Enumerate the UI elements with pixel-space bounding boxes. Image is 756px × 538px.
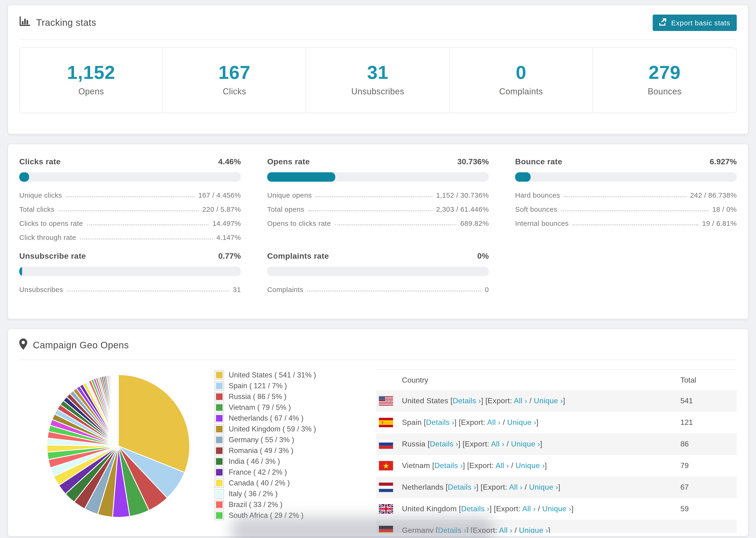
export-unique-link[interactable]: Unique › bbox=[511, 440, 540, 448]
legend-item[interactable]: Brazil ( 33 / 2% ) bbox=[215, 500, 355, 510]
legend-label: Spain ( 121 / 7% ) bbox=[229, 382, 287, 390]
legend-item[interactable]: Netherlands ( 67 / 4% ) bbox=[215, 413, 355, 423]
legend-swatch-icon bbox=[215, 467, 224, 477]
legend-swatch-icon bbox=[215, 435, 224, 445]
rate-row-value: 220 / 5.87% bbox=[202, 205, 241, 213]
country-cell: United Kingdom [Details ›] [Export: All … bbox=[402, 498, 680, 520]
legend-label: Brazil ( 33 / 2% ) bbox=[229, 501, 283, 509]
export-icon bbox=[660, 18, 668, 27]
rate-row-label: Opens to clicks rate bbox=[267, 219, 331, 227]
rate-value: 0% bbox=[477, 252, 489, 261]
geo-card-title-text: Campaign Geo Opens bbox=[33, 340, 129, 351]
legend-item[interactable]: Italy ( 36 / 2% ) bbox=[215, 489, 355, 499]
legend-swatch-icon bbox=[215, 489, 224, 499]
stat-value: 0 bbox=[450, 62, 592, 83]
legend-item[interactable]: Vietnam ( 79 / 5% ) bbox=[215, 403, 355, 412]
legend-label: Italy ( 36 / 2% ) bbox=[229, 490, 278, 498]
dotted-leader bbox=[561, 210, 709, 211]
rate-row: Total opens2,303 / 61.446% bbox=[267, 205, 489, 213]
rate-row: Internal bounces19 / 6.81% bbox=[515, 219, 737, 227]
table-row: United States [Details ›] [Export: All ›… bbox=[376, 390, 737, 412]
country-name: Spain bbox=[402, 418, 422, 426]
legend-item[interactable]: Russia ( 86 / 5% ) bbox=[215, 392, 355, 402]
export-unique-link[interactable]: Unique › bbox=[515, 461, 545, 469]
rate-progress-bar bbox=[19, 172, 241, 182]
legend-item[interactable]: Germany ( 55 / 3% ) bbox=[215, 435, 355, 445]
export-all-link[interactable]: All › bbox=[514, 397, 527, 405]
country-name: United Kingdom bbox=[402, 505, 457, 512]
export-all-link[interactable]: All › bbox=[509, 483, 522, 491]
total-cell: 59 bbox=[680, 498, 737, 520]
legend-swatch-icon bbox=[215, 446, 224, 456]
export-all-link[interactable]: All › bbox=[487, 418, 501, 426]
legend-label: Canada ( 40 / 2% ) bbox=[229, 479, 290, 487]
rate-row-value: 167 / 4.456% bbox=[198, 191, 241, 199]
geo-pie-chart[interactable] bbox=[19, 369, 193, 533]
rate-progress-fill bbox=[19, 267, 22, 276]
legend-item[interactable]: United States ( 541 / 31% ) bbox=[215, 370, 355, 380]
rate-row-label: Soft bounces bbox=[515, 205, 557, 213]
rate-row-label: Click through rate bbox=[19, 233, 76, 241]
table-row: Vietnam [Details ›] [Export: All › / Uni… bbox=[376, 455, 737, 476]
rate-title: Clicks rate bbox=[19, 157, 61, 167]
stat-bounces: 279Bounces bbox=[593, 48, 736, 113]
total-cell: 541 bbox=[680, 390, 737, 412]
rate-progress-bar bbox=[515, 172, 737, 182]
rates-card: Clicks rate4.46%Unique clicks167 / 4.456… bbox=[8, 144, 748, 319]
details-link[interactable]: Details › bbox=[430, 440, 458, 448]
rate-row-value: 19 / 6.81% bbox=[702, 219, 737, 227]
rate-row-label: Complaints bbox=[267, 286, 303, 294]
details-link[interactable]: Details › bbox=[438, 526, 466, 533]
export-basic-stats-button[interactable]: Export basic stats bbox=[653, 15, 737, 31]
rate-section-complaints-rate: Complaints rate0%Complaints0 bbox=[267, 252, 489, 294]
export-all-link[interactable]: All › bbox=[496, 461, 509, 469]
dotted-leader bbox=[335, 224, 457, 225]
rate-row-value: 689.82% bbox=[460, 219, 489, 227]
dotted-leader bbox=[308, 210, 432, 211]
rate-title: Bounce rate bbox=[515, 157, 562, 167]
export-unique-link[interactable]: Unique › bbox=[507, 418, 536, 426]
stat-label: Opens bbox=[20, 87, 162, 97]
rate-progress-bar bbox=[267, 172, 489, 182]
export-unique-link[interactable]: Unique › bbox=[529, 483, 558, 491]
dotted-leader bbox=[87, 224, 208, 225]
export-all-link[interactable]: All › bbox=[499, 526, 513, 533]
rate-row: Soft bounces18 / 0% bbox=[515, 205, 737, 213]
rate-row-value: 2,303 / 61.446% bbox=[436, 205, 489, 213]
legend-swatch-icon bbox=[215, 413, 224, 423]
legend-label: India ( 46 / 3% ) bbox=[229, 457, 280, 466]
total-cell: 79 bbox=[680, 455, 737, 476]
rates-grid: Clicks rate4.46%Unique clicks167 / 4.456… bbox=[19, 157, 737, 294]
legend-item[interactable]: Spain ( 121 / 7% ) bbox=[215, 381, 355, 391]
map-pin-icon bbox=[19, 339, 27, 352]
table-row: Germany [Details ›] [Export: All › / Uni… bbox=[376, 520, 737, 533]
legend-item[interactable]: India ( 46 / 3% ) bbox=[215, 457, 355, 466]
details-link[interactable]: Details › bbox=[426, 418, 454, 426]
details-link[interactable]: Details › bbox=[448, 483, 476, 491]
details-link[interactable]: Details › bbox=[453, 397, 481, 405]
details-link[interactable]: Details › bbox=[434, 461, 463, 469]
country-cell: Netherlands [Details ›] [Export: All › /… bbox=[402, 476, 680, 498]
rate-title: Unsubscribe rate bbox=[19, 252, 86, 261]
legend-label: United States ( 541 / 31% ) bbox=[229, 371, 316, 379]
rate-row: Clicks to opens rate14.497% bbox=[19, 219, 241, 227]
legend-item[interactable]: France ( 42 / 2% ) bbox=[215, 467, 355, 477]
legend-label: Russia ( 86 / 5% ) bbox=[229, 393, 287, 401]
dotted-leader bbox=[564, 196, 686, 197]
export-unique-link[interactable]: Unique › bbox=[534, 397, 563, 405]
legend-item[interactable]: South Africa ( 29 / 2% ) bbox=[215, 511, 355, 520]
legend-label: France ( 42 / 2% ) bbox=[229, 468, 287, 476]
stats-summary: 1,152Opens167Clicks31Unsubscribes0Compla… bbox=[19, 47, 737, 113]
export-unique-link[interactable]: Unique › bbox=[542, 505, 571, 512]
export-all-link[interactable]: All › bbox=[522, 505, 536, 512]
table-row: Russia [Details ›] [Export: All › / Uniq… bbox=[376, 433, 737, 455]
legend-item[interactable]: United Kingdom ( 59 / 3% ) bbox=[215, 424, 355, 434]
total-column-header: Total bbox=[680, 370, 737, 390]
rate-progress-fill bbox=[267, 172, 335, 182]
export-all-link[interactable]: All › bbox=[491, 440, 504, 448]
details-link[interactable]: Details › bbox=[461, 505, 490, 512]
legend-item[interactable]: Romania ( 49 / 3% ) bbox=[215, 446, 355, 456]
legend-item[interactable]: Canada ( 40 / 2% ) bbox=[215, 478, 355, 488]
export-unique-link[interactable]: Unique › bbox=[519, 526, 548, 533]
table-row: Netherlands [Details ›] [Export: All › /… bbox=[376, 476, 737, 498]
